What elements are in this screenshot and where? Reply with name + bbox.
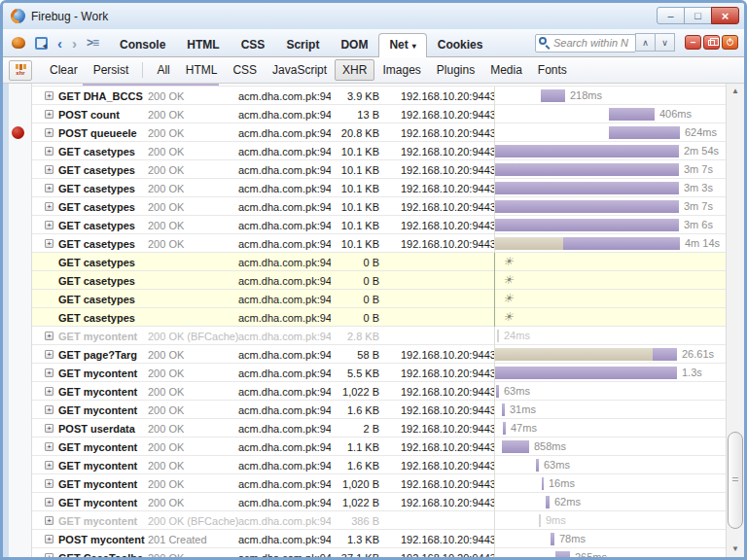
- forward-icon[interactable]: ›: [72, 35, 77, 52]
- scroll-up-button[interactable]: ▲: [727, 84, 744, 99]
- tab-html[interactable]: HTML: [176, 33, 230, 56]
- table-row[interactable]: +GET mycontent200 OKacm.dha.com.pk:94431…: [32, 456, 726, 474]
- table-row[interactable]: GET casetypesacm.dha.com.pk:94430 B☀: [32, 253, 726, 271]
- tab-console[interactable]: Console: [109, 33, 176, 56]
- expand-icon[interactable]: +: [45, 91, 53, 100]
- clear-button[interactable]: Clear: [42, 59, 86, 81]
- expand-icon[interactable]: +: [45, 165, 53, 174]
- close-button[interactable]: ×: [711, 7, 739, 24]
- expand-icon[interactable]: +: [45, 332, 53, 340]
- expand-icon[interactable]: +: [45, 202, 53, 211]
- firebug-deactivate-button[interactable]: [722, 35, 738, 50]
- expand-icon[interactable]: +: [45, 147, 53, 156]
- table-row[interactable]: GET casetypesacm.dha.com.pk:94430 B☀: [32, 271, 726, 290]
- table-row[interactable]: +GET casetypes200 OKacm.dha.com.pk:94431…: [32, 179, 726, 197]
- breakpoint-dot[interactable]: [12, 126, 24, 139]
- scrollbar[interactable]: ▲ ▼: [726, 84, 744, 557]
- table-row[interactable]: +GET mycontent200 OK (BFCache)acm.dha.co…: [32, 327, 726, 345]
- filter-media[interactable]: Media: [482, 59, 530, 81]
- expand-icon[interactable]: +: [45, 461, 53, 470]
- minimize-button[interactable]: –: [657, 7, 685, 24]
- expand-icon[interactable]: +: [45, 110, 53, 119]
- expand-icon[interactable]: +: [45, 498, 53, 507]
- filter-all[interactable]: All: [149, 59, 177, 81]
- table-row[interactable]: +GET casetypes200 OKacm.dha.com.pk:94431…: [32, 160, 726, 179]
- tab-script[interactable]: Script: [275, 33, 330, 56]
- expand-icon[interactable]: +: [45, 535, 53, 543]
- firebug-icon[interactable]: [12, 37, 25, 49]
- timeline-bar: [541, 89, 565, 102]
- table-row[interactable]: +GET mycontent200 OKacm.dha.com.pk:94431…: [32, 474, 726, 493]
- expand-icon[interactable]: +: [45, 405, 53, 414]
- table-row[interactable]: +POST mycontent201 Createdacm.dha.com.pk…: [32, 530, 726, 548]
- status-cell: 200 OK: [148, 478, 238, 490]
- expand-icon[interactable]: +: [45, 221, 53, 229]
- tab-net[interactable]: Net▾: [378, 33, 426, 57]
- inspect-icon[interactable]: [35, 37, 48, 50]
- table-row[interactable]: +GET mycontent200 OK (BFCache)acm.dha.co…: [32, 511, 726, 530]
- table-row[interactable]: +GET DHA_BCCS200 OKacm.dha.com.pk:94433.…: [32, 87, 726, 105]
- filter-html[interactable]: HTML: [178, 59, 226, 81]
- filter-css[interactable]: CSS: [225, 59, 265, 81]
- expand-icon[interactable]: +: [45, 553, 53, 557]
- expand-icon[interactable]: +: [45, 128, 53, 137]
- size-cell: 58 B: [331, 349, 379, 361]
- search-next-button[interactable]: ∨: [655, 33, 675, 52]
- firebug-detach-button[interactable]: [703, 35, 720, 50]
- status-cell: 200 OK: [148, 386, 238, 398]
- panel-tabs: ConsoleHTMLCSSScriptDOMNet▾Cookies: [109, 28, 493, 56]
- break-on-xhr-button[interactable]: xhr: [9, 60, 32, 81]
- table-row[interactable]: GET casetypesacm.dha.com.pk:94430 B☀: [32, 308, 726, 327]
- timeline-cell: ☀: [494, 253, 726, 271]
- firebug-minimize-button[interactable]: –: [685, 35, 701, 50]
- table-row[interactable]: GET casetypesacm.dha.com.pk:94430 B☀: [32, 290, 726, 308]
- table-row[interactable]: +GET mycontent200 OKacm.dha.com.pk:94431…: [32, 382, 726, 401]
- timeline-cell: 4m 14s: [494, 234, 726, 253]
- timeline-bar: [539, 514, 541, 527]
- table-row[interactable]: +POST userdata200 OKacm.dha.com.pk:94432…: [32, 419, 726, 438]
- scroll-down-button[interactable]: ▼: [727, 542, 744, 557]
- table-row[interactable]: +GET casetypes200 OKacm.dha.com.pk:94431…: [32, 197, 726, 216]
- table-row[interactable]: +GET mycontent200 OKacm.dha.com.pk:94431…: [32, 493, 726, 511]
- table-row[interactable]: +POST count200 OKacm.dha.com.pk:944313 B…: [32, 105, 726, 123]
- filter-plugins[interactable]: Plugins: [429, 59, 482, 81]
- search-input[interactable]: [535, 34, 636, 52]
- filter-fonts[interactable]: Fonts: [530, 59, 575, 81]
- persist-button[interactable]: Persist: [86, 59, 137, 81]
- table-row[interactable]: +GET mycontent200 OKacm.dha.com.pk:94431…: [32, 438, 726, 456]
- table-row[interactable]: +GET page?Targ200 OKacm.dha.com.pk:94435…: [32, 345, 726, 364]
- tab-css[interactable]: CSS: [231, 33, 276, 56]
- expand-icon[interactable]: +: [45, 479, 53, 488]
- table-row[interactable]: +GET CaseToolba200 OKacm.dha.com.pk:9443…: [32, 548, 726, 557]
- command-line-icon[interactable]: >≡: [87, 36, 98, 50]
- filter-javascript[interactable]: JavaScript: [265, 59, 335, 81]
- table-row[interactable]: +GET mycontent200 OKacm.dha.com.pk:94435…: [32, 364, 726, 382]
- timeline-cell: ☀: [494, 290, 726, 308]
- expand-icon[interactable]: +: [45, 239, 53, 248]
- expand-icon[interactable]: +: [45, 368, 53, 377]
- table-row[interactable]: +GET casetypes200 OKacm.dha.com.pk:94431…: [32, 234, 726, 253]
- scroll-thumb[interactable]: [728, 432, 743, 529]
- search-prev-button[interactable]: ∧: [635, 33, 656, 52]
- table-row[interactable]: +GET casetypes200 OKacm.dha.com.pk:94431…: [32, 216, 726, 234]
- expand-icon[interactable]: +: [45, 350, 53, 359]
- expand-icon[interactable]: +: [45, 442, 53, 451]
- table-row[interactable]: +GET casetypes200 OKacm.dha.com.pk:94431…: [32, 142, 726, 160]
- filter-xhr[interactable]: XHR: [335, 59, 374, 81]
- table-row[interactable]: +POST queueele200 OKacm.dha.com.pk:94432…: [32, 123, 726, 142]
- expand-icon[interactable]: +: [45, 516, 53, 525]
- expand-icon[interactable]: +: [45, 424, 53, 433]
- maximize-button[interactable]: □: [684, 7, 712, 24]
- expand-icon[interactable]: +: [45, 184, 53, 192]
- tab-cookies[interactable]: Cookies: [427, 33, 494, 56]
- filter-images[interactable]: Images: [374, 59, 428, 81]
- breakpoint-gutter[interactable]: [3, 84, 32, 557]
- detach-icon: [708, 40, 715, 46]
- time-label: 24ms: [504, 330, 530, 341]
- table-row[interactable]: +GET mycontent200 OKacm.dha.com.pk:94431…: [32, 401, 726, 419]
- expand-icon[interactable]: +: [45, 387, 53, 396]
- back-icon[interactable]: ‹: [57, 35, 62, 52]
- timeline-bar: [563, 237, 680, 250]
- tab-dom[interactable]: DOM: [330, 33, 378, 56]
- timeline-bar: [495, 163, 679, 176]
